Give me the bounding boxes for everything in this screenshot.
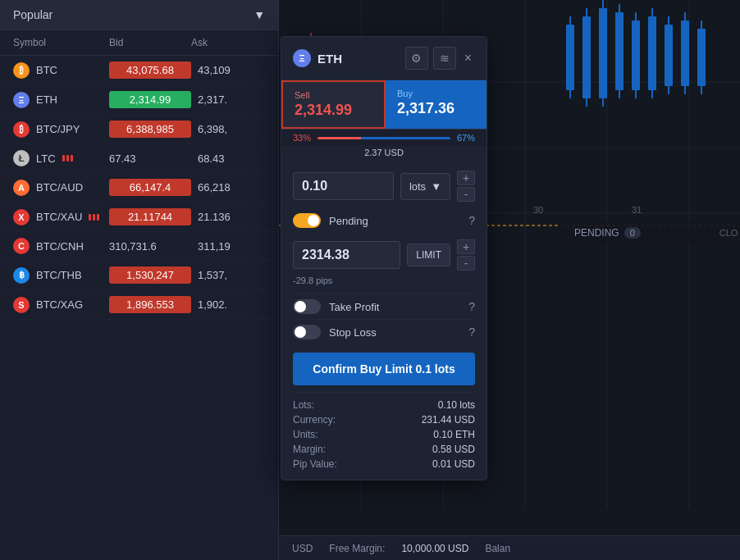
table-row[interactable]: ₿ BTC/JPY 6,388,985 6,398, — [0, 115, 278, 144]
lots-stepper: + - — [457, 171, 475, 202]
close-button[interactable]: × — [461, 49, 475, 67]
spread-right-pct: 67% — [457, 133, 475, 143]
symbol-name-btc: ₿ BTC — [13, 62, 109, 79]
ltc-ask: 68.43 — [191, 153, 265, 165]
summary-pip-value: 0.01 USD — [432, 458, 475, 470]
svg-text:30: 30 — [533, 205, 543, 215]
modal-body: lots ▼ + - Pending ? LIMIT + - -29. — [281, 162, 486, 480]
symbol-name-eth: Ξ ETH — [13, 92, 109, 108]
btcxau-icon: X — [13, 209, 30, 225]
spread-bar: 33% 67% — [281, 130, 486, 146]
summary-currency-row: Currency: 231.44 USD — [293, 412, 475, 427]
confirm-buy-button[interactable]: Confirm Buy Limit 0.1 lots — [293, 353, 475, 385]
btcaud-icon: A — [13, 180, 30, 196]
summary-margin-row: Margin: 0.58 USD — [293, 442, 475, 457]
sell-price: 2,314.99 — [295, 102, 372, 119]
symbol-name-btcaud: A BTC/AUD — [13, 180, 109, 196]
buy-price: 2,317.36 — [397, 100, 475, 117]
table-row[interactable]: ₿ BTC 43,075.68 43,109 — [0, 56, 278, 85]
btcaud-bid: 66,147.4 — [109, 179, 191, 196]
pending-count: 0 — [624, 227, 641, 239]
limit-badge: LIMIT — [407, 244, 450, 266]
modal-controls: ⚙ ≋ × — [405, 47, 475, 70]
btc-ask: 43,109 — [191, 64, 265, 76]
pips-info: -29.8 pips — [293, 275, 475, 285]
free-margin-label: Free Margin: — [329, 543, 385, 554]
table-row[interactable]: Ξ ETH 2,314.99 2,317. — [0, 85, 278, 115]
spread-fill-sell — [317, 137, 361, 139]
limit-minus-button[interactable]: - — [457, 256, 475, 271]
modal-symbol: ETH — [317, 52, 342, 66]
svg-text:31: 31 — [632, 205, 642, 215]
col-bid: Bid — [109, 37, 191, 48]
sell-tab[interactable]: Sell 2,314.99 — [281, 80, 386, 129]
modal-title: Ξ ETH — [293, 49, 342, 67]
spread-usd-label: 2.37 USD — [281, 146, 486, 162]
summary-currency-value: 231.44 USD — [422, 414, 475, 426]
lots-plus-button[interactable]: + — [457, 171, 475, 185]
lots-unit-dropdown[interactable]: lots ▼ — [400, 173, 450, 200]
col-ask: Ask — [191, 37, 265, 48]
pending-toggle-row: Pending ? — [293, 210, 475, 231]
btc-icon: ₿ — [13, 62, 30, 79]
table-row[interactable]: ฿ BTC/THB 1,530,247 1,537, — [0, 261, 278, 290]
table-row[interactable]: X BTC/XAU 21.11744 21.136 — [0, 203, 278, 232]
filter-icon[interactable]: ≋ — [433, 47, 456, 70]
free-margin-value: 10,000.00 USD — [401, 543, 468, 554]
lots-minus-button[interactable]: - — [457, 187, 475, 202]
settings-icon[interactable]: ⚙ — [405, 47, 428, 70]
btcthb-icon: ฿ — [13, 267, 30, 284]
symbol-name-ltc: Ł LTC — [13, 150, 109, 166]
ltc-signal-bars — [62, 155, 73, 162]
btc-bid: 43,075.68 — [109, 61, 191, 79]
btcxag-icon: S — [13, 297, 30, 313]
summary-pip-row: Pip Value: 0.01 USD — [293, 457, 475, 471]
table-row[interactable]: C BTC/CNH 310,731.6 311,19 — [0, 232, 278, 261]
category-dropdown[interactable]: Popular ▼ — [0, 0, 278, 30]
take-profit-toggle-knob — [295, 301, 306, 312]
symbol-list-panel: Popular ▼ Symbol Bid Ask ₿ BTC 43,075.68… — [0, 0, 279, 560]
take-profit-toggle[interactable] — [293, 299, 321, 314]
btcthb-bid: 1,530,247 — [109, 266, 191, 284]
eth-logo-icon: Ξ — [293, 49, 311, 67]
btccnh-icon: C — [13, 238, 30, 254]
sell-label: Sell — [295, 90, 372, 100]
btcthb-ask: 1,537, — [191, 269, 265, 281]
buy-tab[interactable]: Buy 2,317.36 — [386, 80, 486, 129]
summary-currency-label: Currency: — [293, 414, 336, 426]
table-row[interactable]: S BTC/XAG 1,896.553 1,902. — [0, 290, 278, 320]
stop-loss-toggle-knob — [295, 326, 306, 338]
summary-pip-label: Pip Value: — [293, 458, 337, 470]
symbol-name-btccnh: C BTC/CNH — [13, 238, 109, 254]
table-row[interactable]: A BTC/AUD 66,147.4 66,218 — [0, 173, 278, 203]
symbol-name-btcthb: ฿ BTC/THB — [13, 267, 109, 284]
limit-price-input[interactable] — [293, 241, 400, 269]
pending-label: PENDING 0 — [574, 227, 641, 239]
take-profit-label: Take Profit — [329, 301, 379, 313]
bottom-bar: USD Free Margin: 10,000.00 USD Balan — [279, 535, 740, 560]
btcxau-bid: 21.11744 — [109, 208, 191, 225]
pending-help-icon[interactable]: ? — [468, 214, 475, 227]
stop-loss-row: Stop Loss ? — [293, 319, 475, 344]
table-row[interactable]: Ł LTC 67.43 68.43 — [0, 144, 278, 173]
summary-margin-value: 0.58 USD — [432, 444, 475, 455]
pending-toggle[interactable] — [293, 213, 321, 228]
btccnh-ask: 311,19 — [191, 240, 265, 253]
summary-margin-label: Margin: — [293, 444, 326, 455]
spread-left-pct: 33% — [293, 133, 311, 143]
btcjpy-bid: 6,388,985 — [109, 121, 191, 138]
btcaud-ask: 66,218 — [191, 181, 265, 193]
lots-input[interactable] — [293, 172, 394, 200]
pending-toggle-label: Pending — [329, 215, 368, 227]
limit-plus-button[interactable]: + — [457, 239, 475, 254]
stop-loss-help-icon[interactable]: ? — [468, 326, 475, 339]
eth-icon: Ξ — [13, 92, 30, 108]
take-profit-help-icon[interactable]: ? — [468, 300, 475, 313]
stop-loss-toggle[interactable] — [293, 325, 321, 339]
pending-bar: PENDING 0 CLO — [558, 221, 740, 244]
summary-units-row: Units: 0.10 ETH — [293, 427, 475, 442]
summary-lots-label: Lots: — [293, 399, 314, 411]
symbol-name-btcxag: S BTC/XAG — [13, 297, 109, 313]
summary-lots-value: 0.10 lots — [438, 399, 475, 411]
eth-bid: 2,314.99 — [109, 91, 191, 108]
